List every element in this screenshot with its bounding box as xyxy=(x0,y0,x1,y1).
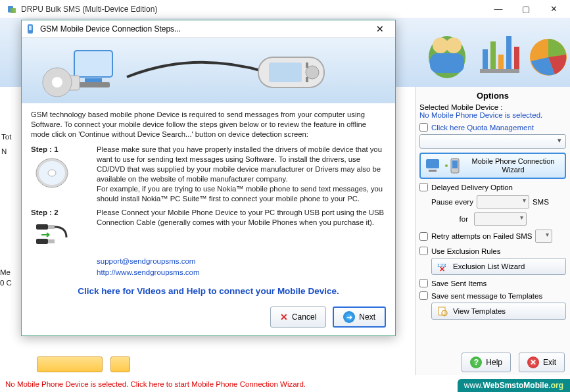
svg-rect-39 xyxy=(48,225,55,229)
svg-rect-24 xyxy=(74,51,112,77)
options-panel: Options Selected Mobile Device : No Mobi… xyxy=(415,87,570,375)
svg-point-37 xyxy=(48,170,56,176)
maximize-button[interactable]: ▢ xyxy=(512,1,540,18)
connection-wizard-button[interactable]: Mobile Phone Connection Wizard xyxy=(419,153,566,179)
sms-suffix: SMS xyxy=(533,198,549,206)
website-domain: WebSmstoMobile xyxy=(483,381,549,390)
next-arrow-icon: ➔ xyxy=(343,311,355,323)
help-icon: ? xyxy=(470,356,482,368)
selected-device-value: No Mobile Phone Device is selected. xyxy=(419,111,566,119)
exclusion-icon: 123✕ xyxy=(437,261,448,272)
quota-checkbox[interactable] xyxy=(419,123,428,132)
step1-text: Please make sure that you have properly … xyxy=(97,145,386,204)
templates-icon xyxy=(437,306,448,316)
main-titlebar: DRPU Bulk SMS (Multi-Device Edition) — ▢… xyxy=(0,0,570,18)
step1-cd-icon xyxy=(34,157,73,189)
website-www: www. xyxy=(464,381,483,390)
exclusion-checkbox[interactable] xyxy=(419,247,428,255)
svg-rect-13 xyxy=(426,159,439,168)
pause-label: Pause every xyxy=(431,198,473,206)
website-tld: .org xyxy=(548,381,563,390)
retry-count-select[interactable] xyxy=(535,230,552,243)
exclusion-label: Use Exclusion Rules xyxy=(431,247,500,255)
close-button[interactable]: ✕ xyxy=(540,1,567,18)
exit-icon: ✕ xyxy=(527,356,539,368)
step1-heading: Step : 1 xyxy=(31,145,91,155)
wizard-button-label: Mobile Phone Connection Wizard xyxy=(465,157,561,174)
view-templates-label: View Templates xyxy=(453,307,506,315)
status-bar-text[interactable]: No Mobile Phone Device is selected. Clic… xyxy=(5,380,306,388)
delayed-checkbox[interactable] xyxy=(419,183,428,191)
website-link[interactable]: http://www.sendgroupsms.com xyxy=(97,267,386,278)
svg-rect-5 xyxy=(430,53,464,73)
pause-duration-select[interactable] xyxy=(474,212,527,226)
selected-device-label: Selected Mobile Device : xyxy=(419,103,566,111)
for-label: for xyxy=(431,215,471,223)
svg-text:✕: ✕ xyxy=(439,265,445,272)
svg-rect-10 xyxy=(506,36,511,69)
svg-rect-38 xyxy=(36,224,48,230)
svg-rect-34 xyxy=(306,77,308,82)
dialog-icon xyxy=(26,24,36,34)
total-label: Tot xyxy=(1,133,11,141)
save-template-label: Save sent message to Templates xyxy=(431,292,542,300)
svg-point-29 xyxy=(52,77,62,87)
toolbar-button-fragment-2[interactable] xyxy=(110,356,130,372)
svg-rect-8 xyxy=(490,41,496,69)
step2-heading: Step : 2 xyxy=(31,208,91,218)
svg-rect-14 xyxy=(429,170,437,172)
me-label: Me xyxy=(0,268,11,276)
toolbar-button-fragment[interactable] xyxy=(37,356,103,372)
next-label: Next xyxy=(359,312,375,322)
step2-usb-icon xyxy=(34,220,73,252)
wizard-devices-icon xyxy=(425,157,462,175)
cancel-label: Cancel xyxy=(292,312,316,322)
svg-rect-6 xyxy=(480,69,519,73)
svg-rect-25 xyxy=(85,78,102,82)
svg-rect-1 xyxy=(11,8,16,13)
svg-rect-7 xyxy=(483,49,488,69)
svg-rect-26 xyxy=(77,82,110,87)
cancel-x-icon: ✕ xyxy=(280,312,288,322)
zero-c-label: 0 C xyxy=(0,279,12,287)
svg-rect-11 xyxy=(514,47,519,69)
save-sent-checkbox[interactable] xyxy=(419,279,428,287)
dialog-intro-text: GSM technology based mobile phone Device… xyxy=(31,110,386,139)
next-button[interactable]: ➔ Next xyxy=(333,306,386,328)
save-template-checkbox[interactable] xyxy=(419,291,428,300)
dialog-title: GSM Mobile Device Connection Steps... xyxy=(40,24,369,34)
svg-rect-31 xyxy=(269,62,302,82)
view-templates-button[interactable]: View Templates xyxy=(431,303,566,320)
exclusion-wizard-label: Exclusion List Wizard xyxy=(453,262,525,270)
app-icon xyxy=(7,4,17,14)
svg-rect-33 xyxy=(306,62,308,68)
retry-checkbox[interactable] xyxy=(419,232,428,241)
retry-label: Retry attempts on Failed SMS xyxy=(431,232,532,240)
exit-button[interactable]: ✕ Exit xyxy=(519,353,565,372)
exclusion-wizard-button[interactable]: 123✕ Exclusion List Wizard xyxy=(431,258,566,275)
svg-point-15 xyxy=(445,164,448,167)
dialog-banner xyxy=(22,37,395,103)
step2-text: Please Connect your Mobile Phone Device … xyxy=(97,208,386,252)
svg-rect-40 xyxy=(36,239,48,244)
exit-label: Exit xyxy=(543,358,556,367)
minimize-button[interactable]: — xyxy=(485,1,512,18)
n-label: N xyxy=(1,147,7,155)
svg-rect-23 xyxy=(29,26,32,30)
cancel-button[interactable]: ✕ Cancel xyxy=(270,306,326,328)
options-heading: Options xyxy=(419,89,566,102)
video-help-link[interactable]: Click here for Videos and Help to connec… xyxy=(31,286,386,296)
connection-steps-dialog: GSM Mobile Device Connection Steps... ✕ xyxy=(21,20,396,336)
dialog-close-button[interactable]: ✕ xyxy=(369,22,391,36)
svg-point-4 xyxy=(446,37,462,53)
support-email-link[interactable]: support@sendgroupsms.com xyxy=(97,256,386,267)
website-tag[interactable]: www.WebSmstoMobile.org xyxy=(458,379,570,392)
svg-rect-9 xyxy=(498,55,504,69)
pause-count-select[interactable] xyxy=(477,195,529,208)
quota-dropdown[interactable] xyxy=(419,134,566,149)
svg-rect-17 xyxy=(452,160,458,168)
help-button[interactable]: ? Help xyxy=(462,353,511,372)
dialog-titlebar: GSM Mobile Device Connection Steps... ✕ xyxy=(22,20,395,37)
svg-rect-41 xyxy=(48,239,55,243)
quota-link[interactable]: Click here Quota Management xyxy=(431,124,534,132)
